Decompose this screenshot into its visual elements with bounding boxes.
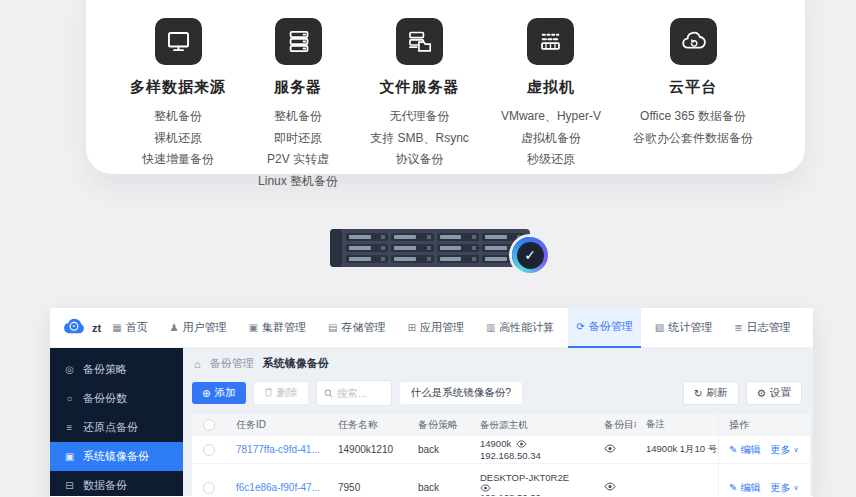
nav-label: 备份管理 (589, 319, 633, 334)
stats-icon: ▧ (655, 322, 664, 333)
breadcrumb-parent[interactable]: 备份管理 (210, 356, 254, 371)
source-host-cell: DESKTOP-JKT0R2E 192.168.50.30 (470, 472, 594, 496)
cloud-logo-icon (62, 317, 86, 338)
drive-bay (437, 233, 479, 241)
feature-item: 无代理备份 (370, 106, 469, 128)
nav-label: 用户管理 (183, 320, 227, 335)
nav-label: 统计管理 (668, 320, 712, 335)
edit-button[interactable]: ✎ 编辑 (729, 443, 760, 457)
cloud-icon (670, 18, 717, 65)
nav-item-log-mgmt[interactable]: ≣ 日志管理 (726, 308, 798, 348)
delete-label: 删除 (277, 386, 298, 400)
eye-icon[interactable] (480, 484, 491, 492)
eye-icon[interactable] (604, 482, 616, 491)
nav-item-backup-mgmt[interactable]: ⟳ 备份管理 (568, 308, 640, 348)
sidebar-item-data-backup[interactable]: ⊟ 数据备份 (50, 471, 183, 497)
help-hint[interactable]: 什么是系统镜像备份? (399, 381, 523, 405)
note: 14900k 1月10 号系统备份 (636, 443, 718, 456)
edit-label: 编辑 (740, 481, 760, 495)
sidebar-item-backup-policy[interactable]: ◎ 备份策略 (50, 355, 183, 384)
task-id-link[interactable]: f6c1e86a-f90f-47... (236, 482, 320, 493)
nav-item-statistics-mgmt[interactable]: ▧ 统计管理 (647, 308, 720, 348)
more-button[interactable]: 更多 ∨ (770, 443, 798, 457)
delete-button[interactable]: 删除 (253, 381, 309, 405)
eye-icon[interactable] (516, 440, 527, 448)
edit-button[interactable]: ✎ 编辑 (729, 481, 760, 495)
refresh-icon: ↻ (694, 387, 703, 399)
backup-target-cell (594, 444, 636, 455)
home-icon[interactable]: ⌂ (194, 358, 201, 370)
server-icon (275, 18, 322, 65)
nav-item-cluster-mgmt[interactable]: ▣ 集群管理 (241, 308, 314, 348)
sidebar-item-backup-copies[interactable]: ○ 备份份数 (50, 384, 183, 413)
feature-item: Office 365 数据备份 (633, 106, 753, 128)
copies-icon: ○ (64, 393, 75, 404)
backup-policy: back (408, 444, 470, 455)
monitor-icon (155, 18, 202, 65)
row-checkbox[interactable] (192, 482, 226, 494)
eye-icon[interactable] (604, 444, 616, 453)
app-body: ◎ 备份策略 ○ 备份份数 ≡ 还原点备份 ▣ 系统镜像备份 ⊟ 数据备份 (50, 348, 813, 496)
rack-server-cap (330, 229, 342, 267)
sidebar-item-system-image-backup[interactable]: ▣ 系统镜像备份 (50, 442, 183, 471)
select-all-checkbox[interactable] (192, 419, 226, 431)
nav-item-storage-mgmt[interactable]: ▤ 存储管理 (320, 308, 393, 348)
feature-item: P2V 实转虚 (258, 149, 338, 171)
rack-server (330, 229, 530, 267)
feature-columns: 多样数据来源 整机备份 裸机还原 快速增量备份 服务器 (86, 0, 805, 192)
feature-item: 即时还原 (258, 128, 338, 150)
more-button[interactable]: 更多 ∨ (770, 481, 798, 495)
backup-policy: back (408, 482, 470, 493)
refresh-button[interactable]: ↻ 刷新 (683, 381, 739, 405)
drive-bay (346, 244, 388, 252)
actions-cell: ✎ 编辑 更多 ∨ (718, 464, 810, 496)
task-name: 7950 (328, 482, 408, 493)
drive-bay (437, 255, 479, 263)
search-icon (324, 384, 333, 402)
settings-button[interactable]: ⚙ 设置 (746, 381, 802, 405)
nav-item-user-mgmt[interactable]: ♟ 用户管理 (162, 308, 235, 348)
nav-label: 存储管理 (342, 320, 386, 335)
drive-bay (391, 244, 433, 252)
col-actions: 操作 (718, 414, 810, 435)
task-id-link[interactable]: 78177ffa-c9fd-41... (236, 444, 320, 455)
nav-label: 应用管理 (420, 320, 464, 335)
nav-label: 日志管理 (747, 320, 791, 335)
sidebar-item-restore-point-backup[interactable]: ≡ 还原点备份 (50, 413, 183, 442)
col-task-name: 任务名称 (328, 418, 408, 432)
feature-title: 文件服务器 (380, 78, 460, 97)
edit-icon: ✎ (729, 444, 737, 455)
search-box (316, 380, 392, 406)
app-logo[interactable]: zt (62, 317, 101, 338)
nav-label: 高性能计算 (499, 320, 554, 335)
content-area: ⌂ 备份管理 系统镜像备份 ⊕ 添加 (183, 348, 813, 496)
search-input[interactable] (337, 387, 384, 399)
source-ip: 192.168.50.34 (480, 450, 590, 462)
backup-sync-icon: ⟳ (576, 321, 584, 332)
add-button[interactable]: ⊕ 添加 (192, 382, 246, 404)
nav-item-home[interactable]: ▦ 首页 (104, 308, 155, 348)
feature-items: 整机备份 即时还原 P2V 实转虚 Linux 整机备份 (258, 106, 338, 192)
table-header: 任务ID 任务名称 备份策略 备份源主机 备份目标 备注 操作 (192, 414, 810, 435)
nav-item-hpc[interactable]: ▥ 高性能计算 (478, 308, 562, 348)
feature-title: 云平台 (669, 78, 717, 97)
add-label: 添加 (215, 386, 236, 400)
task-name: 14900k1210 (328, 444, 408, 455)
col-backup-policy: 备份策略 (408, 418, 470, 432)
data-backup-icon: ⊟ (64, 480, 75, 491)
row-checkbox[interactable] (192, 444, 226, 456)
source-ip: 192.168.50.30 (480, 492, 590, 497)
virtual-machine-icon (527, 18, 574, 65)
nav-item-system-config[interactable]: ◎ 系统配置 (805, 308, 813, 348)
feature-items: VMware、Hyper-V 虚拟机备份 秒级还原 (501, 106, 601, 171)
settings-label: 设置 (770, 386, 791, 400)
feature-item: 协议备份 (370, 149, 469, 171)
image-backup-icon: ▣ (64, 451, 75, 462)
nav-label: 集群管理 (262, 320, 306, 335)
trash-icon (264, 387, 273, 399)
nav-item-app-mgmt[interactable]: ⊞ 应用管理 (400, 308, 472, 348)
backup-table: 任务ID 任务名称 备份策略 备份源主机 备份目标 备注 操作 78177ffa… (192, 414, 810, 496)
feature-title: 多样数据来源 (130, 78, 226, 97)
drive-bay (391, 233, 433, 241)
col-note: 备注 (636, 418, 718, 431)
